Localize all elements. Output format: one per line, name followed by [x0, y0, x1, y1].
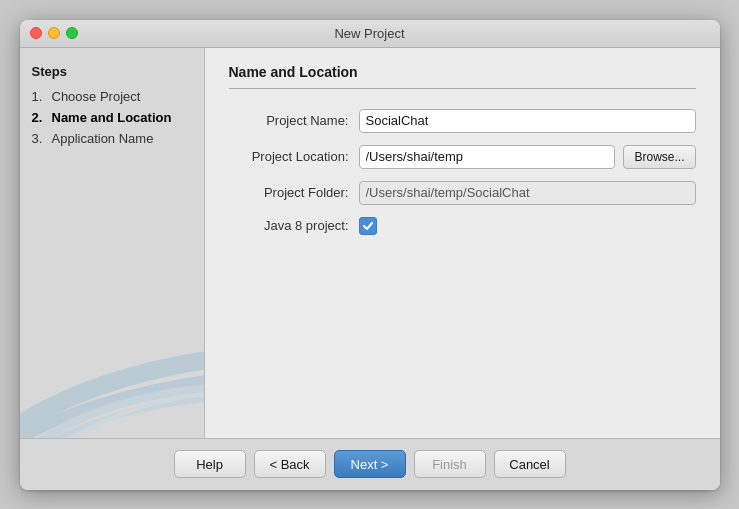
steps-heading: Steps: [32, 64, 192, 79]
maximize-button[interactable]: [66, 27, 78, 39]
steps-list: 1. Choose Project 2. Name and Location 3…: [32, 89, 192, 146]
java8-row: Java 8 project:: [229, 217, 696, 235]
project-folder-label: Project Folder:: [229, 185, 359, 200]
watermark-decoration: [20, 298, 204, 438]
java8-checkbox[interactable]: [359, 217, 377, 235]
back-button[interactable]: < Back: [254, 450, 326, 478]
footer: Help < Back Next > Finish Cancel: [20, 438, 720, 490]
form-area: Project Name: Project Location: Browse..…: [229, 109, 696, 422]
step-2-label: Name and Location: [52, 110, 172, 125]
next-button[interactable]: Next >: [334, 450, 406, 478]
project-name-row: Project Name:: [229, 109, 696, 133]
window-title: New Project: [334, 26, 404, 41]
content-area: Steps 1. Choose Project 2. Name and Loca…: [20, 48, 720, 438]
project-location-label: Project Location:: [229, 149, 359, 164]
minimize-button[interactable]: [48, 27, 60, 39]
step-3-label: Application Name: [52, 131, 154, 146]
cancel-button[interactable]: Cancel: [494, 450, 566, 478]
project-name-input[interactable]: [359, 109, 696, 133]
checkmark-icon: [362, 220, 374, 232]
step-1-number: 1.: [32, 89, 48, 104]
main-panel: Name and Location Project Name: Project …: [205, 48, 720, 438]
step-2-number: 2.: [32, 110, 48, 125]
window-controls: [30, 27, 78, 39]
project-folder-input[interactable]: [359, 181, 696, 205]
java8-label: Java 8 project:: [229, 218, 359, 233]
section-title: Name and Location: [229, 64, 696, 89]
step-1-label: Choose Project: [52, 89, 141, 104]
step-1: 1. Choose Project: [32, 89, 192, 104]
new-project-window: New Project Steps 1. Choose Project 2. N…: [20, 20, 720, 490]
project-location-input[interactable]: [359, 145, 616, 169]
step-2: 2. Name and Location: [32, 110, 192, 125]
browse-button[interactable]: Browse...: [623, 145, 695, 169]
step-3: 3. Application Name: [32, 131, 192, 146]
project-folder-row: Project Folder:: [229, 181, 696, 205]
step-3-number: 3.: [32, 131, 48, 146]
titlebar: New Project: [20, 20, 720, 48]
close-button[interactable]: [30, 27, 42, 39]
sidebar: Steps 1. Choose Project 2. Name and Loca…: [20, 48, 205, 438]
project-name-label: Project Name:: [229, 113, 359, 128]
finish-button[interactable]: Finish: [414, 450, 486, 478]
help-button[interactable]: Help: [174, 450, 246, 478]
project-location-row: Project Location: Browse...: [229, 145, 696, 169]
